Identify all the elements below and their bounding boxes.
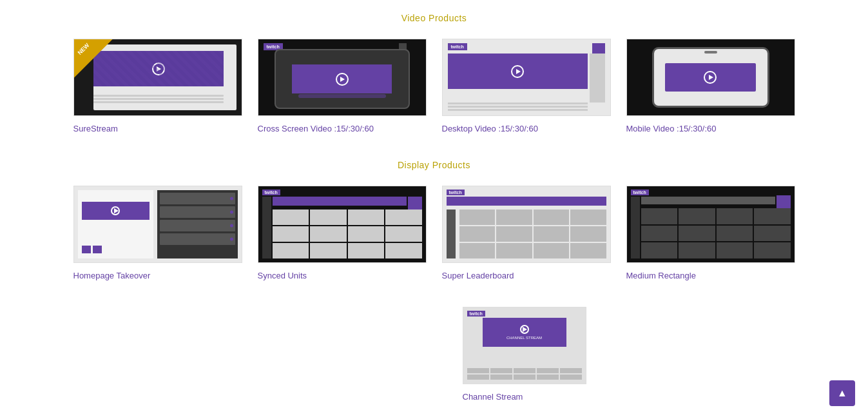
sc-7 <box>348 226 385 242</box>
bottom-row: twitch Channel Stream <box>73 307 795 402</box>
desktop-twitch-logo: twitch <box>448 43 467 50</box>
super-left-bar <box>447 210 456 258</box>
cc-7 <box>490 375 512 380</box>
mr-9 <box>641 242 678 258</box>
sl-5 <box>459 226 496 242</box>
synced-grid <box>273 210 422 258</box>
product-homepage-takeover[interactable]: Homepage Takeover <box>73 186 242 281</box>
homepage-thumbnail <box>73 186 242 263</box>
medium-rectangle-label: Medium Rectangle <box>626 271 696 280</box>
product-medium-rectangle[interactable]: twitch <box>626 186 795 281</box>
sl-12 <box>570 243 606 258</box>
super-leaderboard-label: Super Leaderboard <box>442 271 514 280</box>
synced-sq-right <box>408 197 422 210</box>
super-banner <box>447 197 606 206</box>
sc-2 <box>310 210 347 225</box>
cross-dots <box>298 94 386 98</box>
mr-8 <box>754 226 791 242</box>
homepage-takeover-label: Homepage Takeover <box>73 271 151 280</box>
sc-8 <box>385 226 422 242</box>
mr-2 <box>679 208 715 224</box>
dot-1 <box>230 197 233 200</box>
ss-bar-2 <box>93 98 224 100</box>
ch-twitch-logo: twitch <box>467 311 485 317</box>
product-cross-screen[interactable]: twitch Cross Screen Video :15/:30/:60 <box>258 39 427 134</box>
synced-units-thumbnail: twitch <box>258 186 427 263</box>
sl-9 <box>459 243 496 258</box>
hp-video-thumb <box>82 202 149 220</box>
cc-8 <box>514 375 535 380</box>
ch-grid <box>467 368 582 380</box>
play-icon <box>520 325 529 334</box>
sc-11 <box>348 243 385 258</box>
sc-5 <box>273 226 309 242</box>
mr-6 <box>679 226 715 242</box>
channel-stream-label: Channel Stream <box>463 392 523 402</box>
video-products-title: Video Products <box>73 13 795 23</box>
mobile-device <box>652 47 769 108</box>
hp-right-item-2 <box>160 206 235 218</box>
mr-7 <box>717 226 753 242</box>
sl-7 <box>534 226 570 242</box>
product-super-leaderboard[interactable]: twitch <box>442 186 611 281</box>
scroll-to-top-button[interactable]: ▲ <box>829 380 855 406</box>
desktop-square <box>592 43 605 54</box>
cross-screen-thumbnail: twitch <box>258 39 427 116</box>
surestream-label: SureStream <box>73 124 118 133</box>
sc-9 <box>273 243 309 258</box>
desktop-video-label: Desktop Video :15/:30/:60 <box>442 124 538 133</box>
d-bar-2 <box>448 106 588 108</box>
play-icon <box>511 65 524 78</box>
ss-stripes <box>93 51 224 86</box>
play-icon <box>336 73 349 86</box>
product-channel-stream[interactable]: twitch Channel Stream <box>463 307 586 402</box>
cross-phone <box>275 49 410 109</box>
sc-3 <box>348 210 385 225</box>
hp-right-item-4 <box>160 233 235 245</box>
ch-video-area: Channel Stream <box>483 318 566 347</box>
mobile-video-label: Mobile Video :15/:30/:60 <box>626 124 717 133</box>
product-synced-units[interactable]: twitch <box>258 186 427 281</box>
mobile-video-thumbnail <box>626 39 795 116</box>
med-left-bar <box>631 197 640 258</box>
hp-left-col <box>78 190 153 258</box>
ss-bar-1 <box>93 95 224 97</box>
play-icon <box>704 71 717 84</box>
ss-bars <box>93 95 224 108</box>
dot-2 <box>230 211 233 214</box>
ch-label-text: Channel Stream <box>506 336 542 340</box>
sl-11 <box>534 243 570 258</box>
ss-video <box>93 51 224 86</box>
ss-bar-3 <box>93 101 224 103</box>
page-wrapper: Video Products NEW Sur <box>48 0 821 419</box>
hp-right-item-3 <box>160 220 235 231</box>
cc-4 <box>537 368 559 373</box>
super-twitch-logo: twitch <box>447 190 465 195</box>
mr-1 <box>641 208 678 224</box>
video-products-grid: NEW SureStream twitch <box>73 39 795 134</box>
product-surestream[interactable]: NEW SureStream <box>73 39 242 134</box>
cc-6 <box>467 375 489 380</box>
cc-3 <box>514 368 535 373</box>
sc-12 <box>385 243 422 258</box>
sc-4 <box>385 210 422 225</box>
mobile-video-inner <box>665 63 756 92</box>
sl-2 <box>496 210 532 225</box>
synced-twitch-logo: twitch <box>262 190 280 195</box>
sl-4 <box>570 210 606 225</box>
product-mobile-video[interactable]: Mobile Video :15/:30/:60 <box>626 39 795 134</box>
synced-units-label: Synced Units <box>258 271 307 280</box>
med-square <box>776 195 791 210</box>
super-leaderboard-thumbnail: twitch <box>442 186 611 263</box>
cc-10 <box>560 375 582 380</box>
display-products-title: Display Products <box>73 160 795 170</box>
play-icon <box>111 206 120 215</box>
sl-10 <box>496 243 532 258</box>
desktop-video-thumbnail: twitch <box>442 39 611 116</box>
cc-1 <box>467 368 489 373</box>
desktop-bars <box>448 102 588 112</box>
desktop-sidebar <box>590 54 605 102</box>
d-bar-1 <box>448 102 588 104</box>
product-desktop-video[interactable]: twitch Desktop Video :15/:30/:60 <box>442 39 611 134</box>
sl-1 <box>459 210 496 225</box>
